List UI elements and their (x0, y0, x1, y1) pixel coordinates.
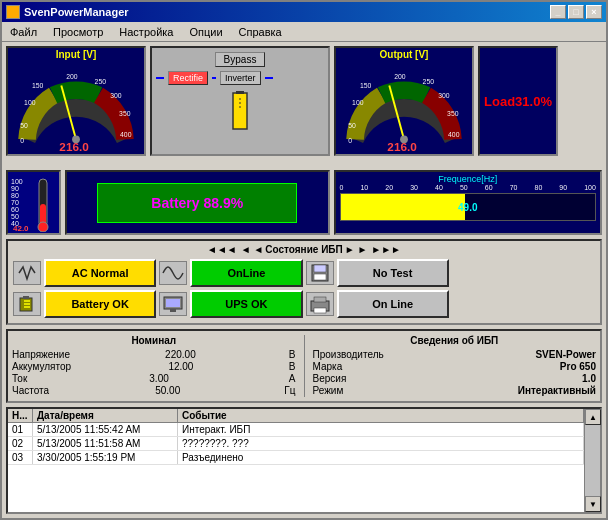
svg-text:0: 0 (348, 137, 352, 144)
log-row-3-date: 3/30/2005 1:55:19 PM (33, 451, 178, 464)
status-cell-save: No Test (306, 259, 449, 287)
log-row-2-date: 5/13/2005 11:51:58 AM (33, 437, 178, 450)
status-right-btn[interactable]: ►►► (369, 244, 403, 255)
svg-text:300: 300 (110, 92, 122, 99)
thermometer: 100 90 80 70 60 50 40 42.0 (6, 170, 61, 235)
battery-ok-button[interactable]: Battery OK (44, 290, 156, 318)
ups-ok-icon (159, 292, 187, 316)
input-gauge-label: Input [V] (53, 48, 100, 61)
mode-label: Режим (313, 385, 344, 396)
scroll-down-button[interactable]: ▼ (585, 496, 601, 512)
maximize-button[interactable]: □ (568, 5, 584, 19)
menu-settings[interactable]: Настройка (115, 25, 177, 39)
freq-unit: Гц (284, 385, 295, 396)
menu-view[interactable]: Просмотр (49, 25, 107, 39)
log-scrollbar: ▲ ▼ (584, 409, 600, 512)
load-value: Load31.0% (484, 94, 552, 109)
svg-text:60: 60 (11, 206, 19, 213)
status-right2-btn[interactable]: ► ► (343, 244, 370, 255)
top-section: Input [V] 0 50 100 150 (6, 46, 602, 166)
output-gauge-label: Output [V] (377, 48, 432, 61)
online-button[interactable]: OnLine (190, 259, 302, 287)
version-row: Версия 1.0 (313, 373, 597, 384)
log-section: Н... Дата/время Событие 01 5/13/2005 11:… (6, 407, 602, 514)
log-row-2[interactable]: 02 5/13/2005 11:51:58 AM ????????. ??? (8, 437, 584, 451)
svg-rect-62 (314, 308, 326, 313)
current-row: Ток 3.00 А (12, 373, 296, 384)
svg-text:300: 300 (438, 92, 450, 99)
on-line-button[interactable]: On Line (337, 290, 449, 318)
accumulator-row: Аккумулятор 12.00 В (12, 361, 296, 372)
battery-percentage: Battery 88.9% (151, 195, 243, 211)
freq-row: Частота 50.00 Гц (12, 385, 296, 396)
freq-scale: 0102030405060708090100 (338, 184, 599, 191)
status-cell-wave: OnLine (159, 259, 302, 287)
svg-text:50: 50 (20, 122, 28, 129)
voltage-row: Напряжение 220.00 В (12, 349, 296, 360)
battery-diagram-icon (225, 91, 255, 131)
version-label: Версия (313, 373, 347, 384)
log-row-1-num: 01 (8, 423, 33, 436)
freq-value: 49.0 (341, 194, 596, 220)
svg-text:80: 80 (11, 192, 19, 199)
log-row-3-num: 03 (8, 451, 33, 464)
circuit-panel: Bypass Rectifie Inverter (150, 46, 330, 156)
svg-rect-13 (233, 93, 247, 129)
freq-label: Частота (12, 385, 49, 396)
svg-text:100: 100 (11, 178, 23, 185)
thermometer-svg: 100 90 80 70 60 50 40 42.0 (9, 174, 59, 232)
svg-text:100: 100 (352, 99, 364, 106)
rectify-button[interactable]: Rectifie (168, 71, 208, 85)
frequency-label: Frequence[Hz] (338, 174, 599, 184)
svg-text:250: 250 (423, 78, 435, 85)
svg-text:250: 250 (95, 78, 107, 85)
menu-file[interactable]: Файл (6, 25, 41, 39)
svg-text:90: 90 (11, 185, 19, 192)
log-row-3[interactable]: 03 3/30/2005 1:55:19 PM Разъединено (8, 451, 584, 465)
menu-bar: Файл Просмотр Настройка Опции Справка (2, 22, 606, 42)
freq-value: 50.00 (155, 385, 180, 396)
svg-rect-14 (236, 91, 244, 94)
svg-rect-57 (166, 299, 180, 307)
voltage-value: 220.00 (165, 349, 196, 360)
mode-row: Режим Интерактивный (313, 385, 597, 396)
svg-text:150: 150 (360, 82, 372, 89)
acc-value: 12.00 (168, 361, 193, 372)
menu-options[interactable]: Опции (185, 25, 226, 39)
log-col-header-num: Н... (8, 409, 33, 422)
input-gauge: Input [V] 0 50 100 150 (6, 46, 146, 156)
status-left2-btn[interactable]: ◄ ◄ (239, 244, 266, 255)
svg-text:70: 70 (11, 199, 19, 206)
menu-help[interactable]: Справка (235, 25, 286, 39)
battery-bar-section: Battery 88.9% (65, 170, 330, 235)
svg-text:216.0: 216.0 (59, 140, 89, 153)
minimize-button[interactable]: _ (550, 5, 566, 19)
window-controls: _ □ × (550, 5, 602, 19)
svg-rect-51 (23, 296, 29, 299)
info-divider (304, 335, 305, 397)
ac-normal-button[interactable]: AC Normal (44, 259, 156, 287)
log-table: Н... Дата/время Событие 01 5/13/2005 11:… (8, 409, 584, 512)
current-label: Ток (12, 373, 27, 384)
save-icon (306, 261, 334, 285)
close-button[interactable]: × (586, 5, 602, 19)
ups-ok-button[interactable]: UPS OK (190, 290, 302, 318)
acc-unit: В (289, 361, 296, 372)
svg-text:400: 400 (120, 131, 132, 138)
svg-text:42.0: 42.0 (13, 224, 29, 232)
inverter-button[interactable]: Inverter (220, 71, 261, 85)
bypass-button[interactable]: Bypass (215, 52, 266, 67)
manufacturer-value: SVEN-Power (535, 349, 596, 360)
ups-info-col: Сведения об ИБП Производитель SVEN-Power… (313, 335, 597, 397)
battery-bar: Battery 88.9% (97, 183, 297, 223)
log-col-header-date: Дата/время (33, 409, 178, 422)
no-test-button[interactable]: No Test (337, 259, 449, 287)
scroll-track (585, 425, 600, 496)
log-row-1[interactable]: 01 5/13/2005 11:55:42 AM Интеракт. ИБП (8, 423, 584, 437)
status-left-btn[interactable]: ◄◄◄ (205, 244, 239, 255)
svg-text:150: 150 (32, 82, 44, 89)
svg-text:100: 100 (24, 99, 36, 106)
log-row-2-num: 02 (8, 437, 33, 450)
scroll-up-button[interactable]: ▲ (585, 409, 601, 425)
svg-point-41 (38, 222, 48, 232)
